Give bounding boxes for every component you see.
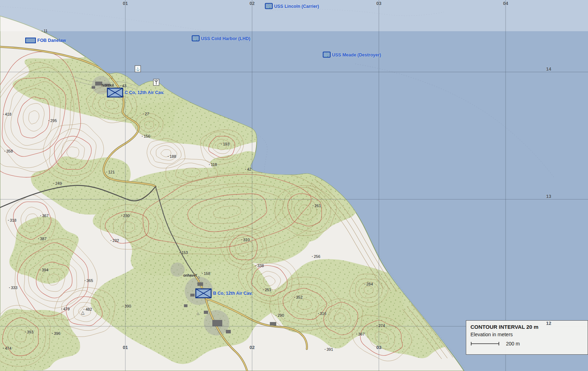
spot-dot: · [3, 346, 4, 350]
spot-value: 387 [40, 237, 47, 241]
grid-label-right: 13 [546, 194, 551, 199]
grid-label-right: 14 [546, 66, 551, 72]
scale-bar [470, 341, 502, 346]
spot-elevation: ·396 [52, 331, 60, 336]
spot-elevation: ·352 [294, 295, 303, 299]
spot-value: 232 [113, 238, 119, 243]
house-symbol: ⌂ [197, 275, 200, 279]
anchor-icon: ⚓ [192, 35, 200, 41]
spot-dot: · [25, 330, 26, 334]
spot-value: 284 [366, 282, 373, 286]
spot-value: 256 [314, 254, 320, 259]
spot-value: 27 [145, 112, 149, 116]
spot-elevation: ·118 [209, 162, 217, 167]
spot-value: 42 [247, 167, 251, 171]
spot-dot: · [255, 264, 257, 268]
spot-value: 158 [204, 271, 210, 276]
spot-dot: · [312, 254, 313, 259]
legend-contour-interval: CONTOUR INTERVAL 20 m [470, 324, 583, 330]
spot-value: 394 [42, 268, 48, 272]
spot-elevation: ·249 [53, 181, 62, 186]
spot-dot: · [202, 271, 203, 276]
spot-value: 318 [10, 218, 16, 222]
spot-dot: · [364, 282, 366, 286]
spot-dot: · [121, 214, 123, 218]
spot-elevation: ·158 [202, 271, 210, 276]
spot-elevation: ·290 [276, 313, 284, 317]
base-marker[interactable]: FOB Danelaw [25, 38, 66, 43]
spot-dot: · [168, 154, 169, 159]
spot-dot: · [221, 142, 222, 146]
spot-elevation: ·156 [142, 134, 150, 138]
grid-label-top: 03 [376, 1, 381, 6]
spot-dot: · [356, 332, 358, 336]
spot-value: 290 [278, 313, 284, 317]
legend-elevation-units: Elevation in meters [470, 332, 583, 337]
spot-value: 188 [170, 154, 176, 159]
spot-value: 418 [5, 112, 11, 116]
infantry-unit-marker[interactable]: C Co, 12th Air Cav. [107, 88, 164, 98]
spot-elevation: ·393 [25, 330, 33, 334]
spot-dot: · [48, 118, 50, 123]
spot-dot: · [110, 238, 112, 243]
spot-dot: · [40, 214, 42, 218]
tactical-map[interactable]: ·11·43·27·418·295·358·156·193·188·118·42… [0, 0, 588, 371]
spot-dot: · [83, 307, 85, 311]
spot-elevation: ·479 [61, 307, 70, 311]
spot-elevation: ·153 [179, 250, 188, 255]
spot-value: 338 [257, 264, 264, 268]
spot-elevation: ·367 [40, 214, 49, 218]
spot-dot: · [179, 250, 181, 255]
spot-elevation: ·188 [168, 154, 176, 159]
spot-elevation: ·418 [3, 112, 11, 116]
spot-value: 121 [108, 170, 115, 174]
grid-label-right: 12 [546, 321, 551, 326]
spot-dot: · [4, 149, 6, 153]
spot-elevation: ·358 [4, 149, 13, 153]
spot-elevation: ·42 [245, 167, 251, 171]
naval-marker[interactable]: ⚓USS Cold Harbor (LHD) [192, 35, 250, 41]
spot-dot: · [61, 307, 62, 311]
anchor-icon: ⚓ [265, 3, 273, 9]
spot-elevation: ·394 [40, 268, 48, 272]
spot-elevation: ·284 [364, 282, 373, 286]
spot-dot: · [318, 311, 319, 316]
scale-label: 200 m [506, 341, 520, 347]
spot-value: 390 [125, 304, 131, 308]
spot-elevation: ·474 [3, 346, 11, 350]
marker-label: USS Lincoln (Carrier) [274, 4, 319, 9]
spot-elevation: ·251 [263, 288, 271, 292]
spot-value: 367 [358, 332, 365, 336]
marker-label: USS Meade (Destroyer) [332, 52, 381, 57]
spot-elevation: ·274 [376, 323, 385, 328]
military-markers-layer: ⚓USS Lincoln (Carrier)⚓USS Cold Harbor (… [0, 0, 588, 371]
spot-dot: · [38, 237, 39, 241]
spot-elevation: ·261 [312, 204, 321, 208]
grid-label-top: 01 [123, 1, 128, 6]
infantry-unit-marker[interactable]: B Co, 12th Air Cav. [195, 288, 252, 298]
house-symbol: ⌂ [196, 311, 199, 316]
spot-value: 274 [379, 323, 385, 328]
infantry-symbol-icon [107, 88, 123, 98]
spot-dot: · [9, 286, 10, 290]
spot-value: 193 [223, 142, 229, 146]
spot-elevation: ·482 [83, 307, 92, 311]
naval-marker[interactable]: ⚓USS Meade (Destroyer) [323, 52, 381, 58]
infantry-symbol-icon [195, 288, 212, 298]
lighthouse-symbol [153, 79, 159, 86]
spot-dot: · [85, 278, 86, 283]
spot-elevation: ·121 [106, 170, 115, 174]
spot-value: 474 [5, 346, 11, 350]
spot-value: 365 [87, 278, 93, 283]
spot-elevation: ·27 [143, 112, 149, 116]
spot-dot: · [3, 112, 4, 116]
spot-elevation: ·193 [221, 142, 229, 146]
naval-marker[interactable]: ⚓USS Lincoln (Carrier) [265, 3, 319, 9]
spot-elevation: ·367 [356, 332, 365, 336]
spot-value: 251 [265, 288, 271, 292]
spot-value: 118 [211, 162, 217, 167]
spot-dot: · [53, 181, 55, 186]
grid-label-bottom: 03 [376, 345, 381, 350]
spot-dot: · [312, 204, 314, 208]
marker-label: FOB Danelaw [37, 38, 66, 43]
